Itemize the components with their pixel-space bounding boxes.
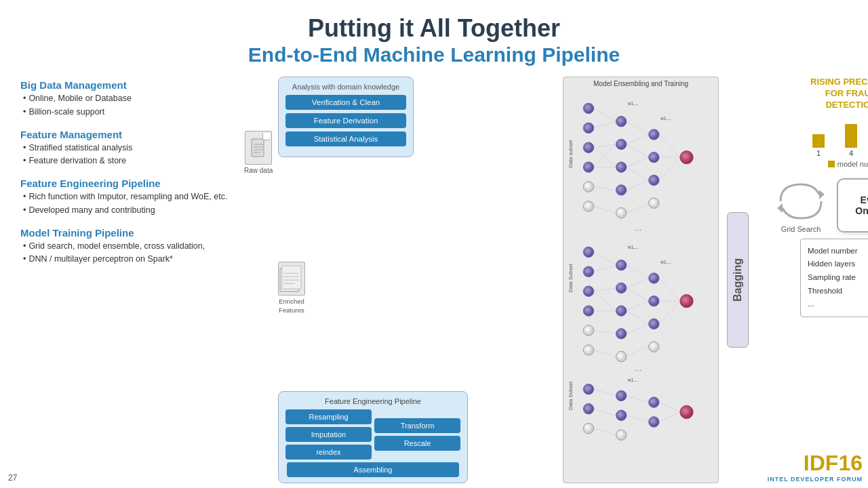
svg-point-23 [616,185,626,195]
svg-line-44 [627,203,649,213]
statistical-analysis-btn[interactable]: Statistical Analysis [285,131,406,146]
svg-line-95 [594,409,616,415]
param-more: ... [808,298,868,311]
svg-point-21 [616,139,626,149]
svg-line-40 [627,144,649,157]
svg-point-24 [616,208,626,218]
svg-point-64 [649,342,659,352]
svg-point-62 [649,296,659,306]
svg-point-28 [649,198,659,208]
svg-text:···: ··· [634,365,642,375]
svg-line-80 [659,279,680,302]
enriched-icon [278,262,305,296]
svg-line-32 [594,144,616,148]
enriched-area: EnrichedFeatures [278,262,305,314]
grid-eval-row: Grid Search Evaluation On Test Data [763,178,868,233]
svg-point-61 [649,273,659,283]
rescale-btn[interactable]: Rescale [374,436,460,451]
svg-point-20 [616,117,626,127]
svg-line-43 [627,180,649,190]
grid-search-label: Grid Search [781,225,821,233]
svg-line-99 [659,403,680,412]
svg-point-26 [649,152,659,163]
svg-rect-0 [252,139,264,157]
raw-data-area: Raw data [244,131,273,174]
svg-line-38 [627,121,649,134]
svg-point-22 [616,162,626,172]
section-big-data: Big Data Management •Online, Mobile or D… [20,79,237,119]
far-right-panel: RISING PRECISION FOR FRAUD DETECTION 1 4… [763,77,868,483]
svg-point-17 [583,162,593,172]
svg-line-67 [594,265,616,272]
nn-box: Model Ensembling and Training Data subse… [563,77,719,483]
svg-point-51 [583,266,593,277]
svg-point-65 [680,295,693,308]
svg-line-34 [594,144,616,167]
chart-label-4: 4 [849,149,853,157]
fe-pipeline-bullets: •Rich function with Imputor, resampling … [20,190,237,217]
param-sampling: Sampling rate [808,271,868,285]
analysis-title: Analysis with domain knowledge [285,83,406,91]
header-subtitle: End-to-End Machine Learning Pipeline [20,43,848,67]
svg-line-68 [594,288,616,291]
svg-text:Data subset: Data subset [568,140,574,168]
svg-point-87 [583,424,593,434]
transform-btn[interactable]: Transform [374,418,460,433]
legend-square [828,161,835,167]
svg-line-100 [659,412,680,422]
svg-point-29 [680,151,693,164]
imputation-btn[interactable]: Imputation [285,427,372,442]
feature-mgmt-bullets: •Stratified statistical analysis •Featur… [20,142,237,168]
svg-point-52 [583,286,593,296]
fe-grid: Resampling Imputation reindex Transform … [285,409,460,460]
svg-line-72 [594,350,616,357]
slide: Putting it All Together End-to-End Machi… [0,0,868,488]
chart-col-1: 1 [812,134,825,157]
reindex-btn[interactable]: reindex [285,445,372,460]
svg-line-71 [594,331,616,334]
middle-pipeline: Analysis with domain knowledge Verificat… [244,77,556,483]
svg-line-42 [627,167,649,180]
svg-line-75 [627,288,649,301]
analysis-box: Analysis with domain knowledge Verificat… [278,77,414,157]
raw-data-icon [245,131,272,165]
svg-point-90 [616,430,626,440]
idf-logo: IDF16 INTEL DEVELOPER FORUM [768,451,863,483]
feature-mgmt-title: Feature Management [20,129,237,140]
svg-point-16 [583,142,593,152]
header-title: Putting it All Together [20,14,848,43]
svg-line-37 [594,207,616,214]
svg-line-74 [627,279,649,288]
svg-point-55 [583,345,593,355]
idf-tagline: INTEL DEVELOPER FORUM [768,476,863,483]
left-panel: Big Data Management •Online, Mobile or D… [20,77,237,483]
feature-derivation-btn[interactable]: Feature Derivation [285,113,406,128]
resampling-btn[interactable]: Resampling [285,409,372,424]
svg-text:w1,...: w1,... [660,116,671,121]
param-model-num: Model number [808,245,868,258]
verification-btn[interactable]: Verification & Clean [285,95,406,110]
svg-point-15 [583,123,593,133]
svg-text:···: ··· [634,224,642,235]
assembling-btn[interactable]: Assembling [287,462,459,477]
svg-point-14 [583,103,593,113]
fe-right-col: Transform Rescale [374,409,460,460]
bullet-item: •Online, Mobile or Database [23,92,237,105]
eval-label: Evaluation On Test Data [855,195,868,216]
svg-point-85 [583,384,593,394]
svg-point-19 [583,201,593,211]
page-number: 27 [8,473,17,483]
svg-point-88 [616,390,626,401]
svg-line-31 [594,121,616,128]
svg-line-94 [594,389,616,396]
svg-line-78 [627,324,649,333]
svg-marker-104 [819,190,825,199]
fe-pipeline-title: Feature Engineering Pipeline [20,178,237,189]
svg-line-66 [594,252,616,265]
param-threshold: Threshold [808,285,868,298]
chart-bar-1 [812,134,825,148]
svg-point-57 [616,283,626,293]
svg-point-53 [583,306,593,316]
svg-point-18 [583,182,593,192]
idf-letters: IDF [804,451,839,475]
